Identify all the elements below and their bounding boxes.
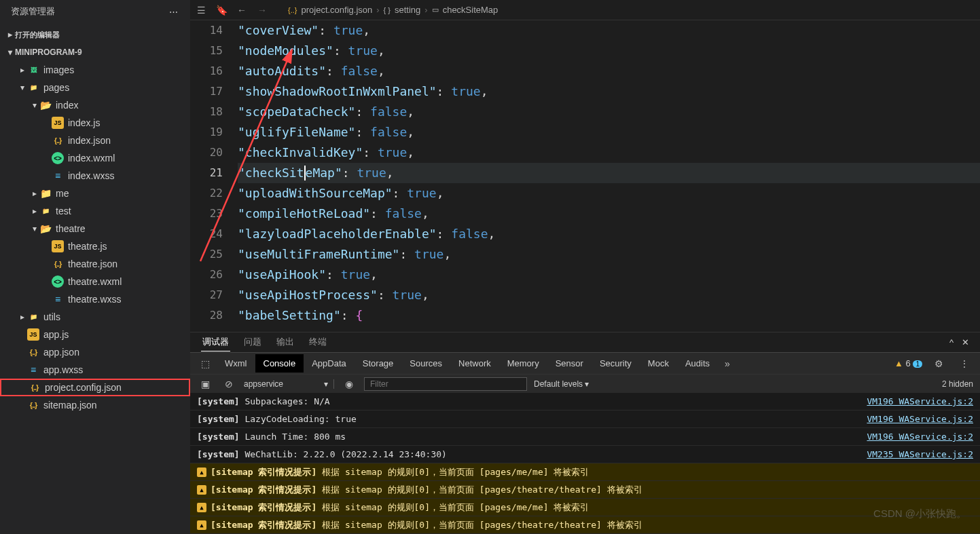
- tree-item[interactable]: <>index.wxml: [0, 149, 190, 167]
- source-link[interactable]: VM196 WAService.js:2: [867, 432, 973, 442]
- menu-icon[interactable]: ☰: [196, 5, 206, 16]
- panel-tab[interactable]: 问题: [242, 333, 263, 351]
- chevron-down-icon: ▾: [30, 100, 39, 110]
- tree-item[interactable]: ▾📂theatre: [0, 220, 190, 237]
- code-line[interactable]: "autoAudits": false,: [238, 61, 980, 81]
- tree-item[interactable]: ▾📁pages: [0, 79, 190, 96]
- tree-item[interactable]: {..}theatre.json: [0, 255, 190, 273]
- json-icon: {..}: [27, 346, 39, 358]
- chevron-right-icon: ▸: [18, 65, 27, 75]
- tree-item[interactable]: {..}app.json: [0, 343, 190, 361]
- chevron-right-icon: ▸: [30, 189, 39, 198]
- nav-forward-icon[interactable]: →: [257, 5, 268, 16]
- tree-item[interactable]: JSapp.js: [0, 326, 190, 343]
- tree-item[interactable]: ▾📂index: [0, 96, 190, 114]
- nav-back-icon[interactable]: ←: [236, 5, 247, 16]
- json-icon: {..}: [29, 381, 41, 394]
- code-line[interactable]: "useApiHostProcess": true,: [238, 285, 980, 305]
- panel-tab[interactable]: 输出: [275, 333, 295, 351]
- code-line[interactable]: "showShadowRootInWxmlPanel": true,: [238, 81, 980, 102]
- devtools-tab[interactable]: Security: [592, 354, 640, 373]
- sidebar-more-icon[interactable]: ⋯: [169, 7, 179, 17]
- console-line[interactable]: [system] Launch Time: 800 msVM196 WAServ…: [190, 428, 980, 446]
- toggle-sidebar-icon[interactable]: ▣: [197, 376, 214, 392]
- code-line[interactable]: "useApiHook": true,: [238, 265, 980, 285]
- code-line[interactable]: "compileHotReLoad": false,: [238, 204, 980, 224]
- tree-item[interactable]: {..}sitemap.json: [0, 396, 190, 414]
- tree-item[interactable]: ≡app.wxss: [0, 361, 190, 379]
- folder-images-icon: 🖼: [27, 64, 39, 76]
- devtools-tab[interactable]: Network: [450, 354, 499, 373]
- code-line[interactable]: "babelSetting": {: [238, 305, 980, 326]
- chevron-right-icon: ▸: [30, 206, 39, 216]
- devtools-tab[interactable]: Storage: [355, 354, 402, 373]
- devtools-tab[interactable]: Mock: [640, 354, 677, 373]
- breadcrumb[interactable]: {..} project.config.json › { } setting ›…: [277, 5, 975, 15]
- open-editors-section[interactable]: ▸ 打开的编辑器: [0, 26, 190, 43]
- code-line[interactable]: "nodeModules": true,: [238, 41, 980, 61]
- code-line[interactable]: "uglifyFileName": false,: [238, 122, 980, 142]
- code-line[interactable]: "scopeDataCheck": false,: [238, 102, 980, 122]
- console-output[interactable]: [system] Subpackages: N/AVM196 WAService…: [190, 393, 980, 534]
- devtools-tab[interactable]: AppData: [304, 354, 355, 373]
- code-line[interactable]: "coverView": true,: [238, 20, 980, 41]
- tree-item[interactable]: ≡index.wxss: [0, 167, 190, 185]
- levels-select[interactable]: Default levels ▾: [534, 379, 589, 389]
- devtools-tab[interactable]: Wxml: [217, 354, 255, 373]
- more-tabs-icon[interactable]: »: [721, 356, 734, 372]
- console-line[interactable]: [system] Subpackages: N/AVM196 WAService…: [190, 393, 980, 411]
- panel-tabs: 调试器问题输出终端 ^ ✕: [190, 332, 980, 352]
- source-link[interactable]: VM235 WAService.js:2: [867, 449, 973, 459]
- tree-item[interactable]: ▸📁test: [0, 202, 190, 220]
- tree-item[interactable]: ≡theatre.wxss: [0, 290, 190, 308]
- tree-item[interactable]: {..}project.config.json: [0, 379, 190, 396]
- source-link[interactable]: VM196 WAService.js:2: [867, 414, 973, 424]
- tree-label: utils: [43, 311, 60, 322]
- panel-tab[interactable]: 调试器: [201, 333, 230, 351]
- warning-badge[interactable]: ▲ 6 1: [894, 358, 922, 368]
- wxss-icon: ≡: [52, 170, 64, 182]
- clear-console-icon[interactable]: ⊘: [221, 376, 237, 392]
- hidden-count[interactable]: 2 hidden: [942, 379, 973, 389]
- console-line[interactable]: [system] WeChatLib: 2.22.0 (2022.2.14 23…: [190, 446, 980, 463]
- tree-label: index.wxss: [68, 170, 114, 181]
- folder-test-icon: 📁: [39, 205, 52, 217]
- tree-item[interactable]: JStheatre.js: [0, 237, 190, 255]
- devtools-tab[interactable]: Sources: [401, 354, 450, 373]
- panel-tab[interactable]: 终端: [308, 333, 328, 351]
- tree-item[interactable]: <>theatre.wxml: [0, 273, 190, 290]
- console-line[interactable]: ▲[sitemap 索引情况提示] 根据 sitemap 的规则[0]，当前页面…: [190, 499, 980, 516]
- console-line[interactable]: ▲[sitemap 索引情况提示] 根据 sitemap 的规则[0]，当前页面…: [190, 481, 980, 499]
- eye-icon[interactable]: ◉: [341, 376, 357, 392]
- tree-item[interactable]: ▸📁utils: [0, 308, 190, 326]
- editor-topbar: ☰ 🔖 ← → {..} project.config.json › { } s…: [190, 0, 980, 20]
- tree-item[interactable]: ▸🖼images: [0, 61, 190, 79]
- panel-expand-icon[interactable]: ^: [949, 337, 954, 347]
- context-select[interactable]: appservice▾: [244, 379, 334, 389]
- tree-item[interactable]: ▸📁me: [0, 185, 190, 202]
- devtools-tab[interactable]: Sensor: [547, 354, 592, 373]
- panel-close-icon[interactable]: ✕: [962, 337, 969, 347]
- settings-icon[interactable]: ⚙: [930, 356, 947, 372]
- devtools-tab[interactable]: Audits: [677, 354, 718, 373]
- inspect-icon[interactable]: ⬚: [197, 356, 214, 372]
- tree-item[interactable]: {..}index.json: [0, 132, 190, 149]
- project-section[interactable]: ▾ MINIPROGRAM-9: [0, 43, 190, 61]
- tree-label: project.config.json: [45, 382, 122, 393]
- devtools-menu-icon[interactable]: ⋮: [956, 356, 973, 372]
- filter-input[interactable]: [364, 377, 527, 391]
- bookmark-icon[interactable]: 🔖: [216, 5, 227, 16]
- devtools-tab[interactable]: Memory: [499, 354, 547, 373]
- code-line[interactable]: "uploadWithSourceMap": true,: [238, 183, 980, 204]
- code-editor[interactable]: 141516171819202122232425262728 "coverVie…: [190, 20, 980, 332]
- code-line[interactable]: "lazyloadPlaceholderEnable": false,: [238, 224, 980, 244]
- console-line[interactable]: ▲[sitemap 索引情况提示] 根据 sitemap 的规则[0]，当前页面…: [190, 463, 980, 481]
- console-line[interactable]: [system] LazyCodeLoading: trueVM196 WASe…: [190, 411, 980, 428]
- source-link[interactable]: VM196 WAService.js:2: [867, 396, 973, 406]
- code-line[interactable]: "checkSiteMap": true,: [238, 163, 980, 183]
- tree-item[interactable]: JSindex.js: [0, 114, 190, 132]
- code-line[interactable]: "checkInvalidKey": true,: [238, 142, 980, 163]
- devtools-tab[interactable]: Console: [255, 354, 304, 373]
- console-line[interactable]: ▲[sitemap 索引情况提示] 根据 sitemap 的规则[0]，当前页面…: [190, 516, 980, 534]
- code-line[interactable]: "useMultiFrameRuntime": true,: [238, 244, 980, 265]
